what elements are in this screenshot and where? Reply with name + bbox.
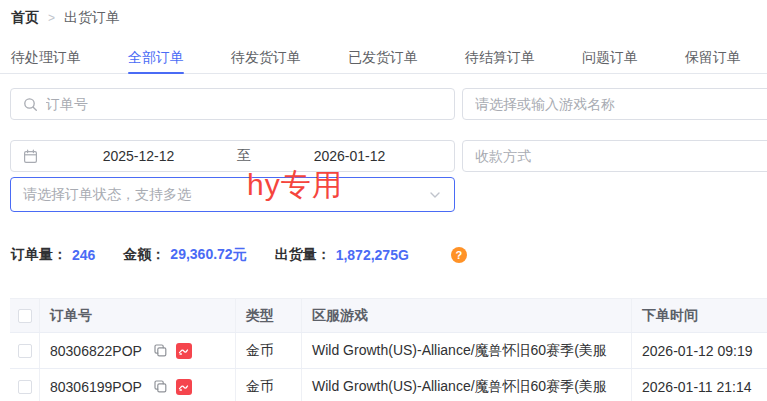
copy-icon[interactable] — [153, 379, 168, 394]
order-time-cell: 2026-01-11 21:14 — [632, 369, 767, 401]
select-all-checkbox[interactable] — [18, 309, 32, 323]
stat-amount-label: 金额： — [123, 246, 165, 264]
help-question-icon[interactable]: ? — [451, 247, 467, 263]
order-no-cell: 80306822POP — [40, 333, 236, 368]
table-header-game: 区服游戏 — [302, 299, 632, 332]
table-header-checkbox-cell — [10, 299, 40, 332]
tab-problem-orders[interactable]: 问题订单 — [582, 43, 638, 73]
game-server-cell: Wild Growth(US)-Alliance/魔兽怀旧60赛季(美服 — [302, 333, 632, 368]
search-icon — [23, 97, 38, 112]
stat-amount: 金额： 29,360.72元 — [123, 246, 246, 264]
order-status-placeholder: 请选择订单状态，支持多选 — [23, 186, 428, 204]
tab-pending-orders[interactable]: 待处理订单 — [11, 43, 81, 73]
table-header-order-no: 订单号 — [40, 299, 236, 332]
order-no-cell: 80306199POP — [40, 369, 236, 401]
breadcrumb-current: 出货订单 — [64, 9, 120, 27]
payment-method-input[interactable] — [475, 148, 767, 164]
red-chat-badge-icon[interactable] — [176, 379, 192, 395]
order-time-cell: 2026-01-12 09:19 — [632, 333, 767, 368]
stat-amount-value: 29,360.72元 — [170, 246, 246, 264]
order-number-input[interactable] — [46, 96, 442, 112]
stat-shipment-value: 1,872,275G — [336, 247, 409, 263]
row-checkbox[interactable] — [18, 344, 32, 358]
hy-watermark-text: hy专用 — [247, 166, 343, 204]
order-no-text: 80306199POP — [50, 379, 142, 395]
order-type-cell: 金币 — [236, 333, 302, 368]
payment-method-box — [462, 140, 767, 172]
table-row: 80306199POP 金币 Wild Growth(US)-Alliance/… — [10, 369, 767, 401]
tab-reserved-orders[interactable]: 保留订单 — [685, 43, 741, 73]
row-checkbox-cell — [10, 369, 40, 401]
table-header-row: 订单号 类型 区服游戏 下单时间 — [10, 299, 767, 333]
game-name-search-box — [462, 88, 767, 120]
stat-order-count: 订单量： 246 — [11, 246, 95, 264]
calendar-icon — [23, 149, 38, 164]
date-range-separator: 至 — [231, 147, 257, 165]
order-no-text: 80306822POP — [50, 343, 142, 359]
date-range-picker[interactable]: 2025-12-12 至 2026-01-12 — [10, 140, 455, 172]
table-row: 80306822POP 金币 Wild Growth(US)-Alliance/… — [10, 333, 767, 369]
orders-table: 订单号 类型 区服游戏 下单时间 80306822POP 金币 Wild Gro… — [10, 298, 767, 401]
breadcrumb-separator-icon: > — [48, 11, 55, 25]
row-checkbox[interactable] — [18, 380, 32, 394]
stat-shipment-label: 出货量： — [275, 246, 331, 264]
breadcrumb-home[interactable]: 首页 — [11, 9, 39, 27]
game-name-input[interactable] — [475, 96, 767, 112]
row-checkbox-cell — [10, 333, 40, 368]
stat-shipment: 出货量： 1,872,275G — [275, 246, 409, 264]
tab-shipped-orders[interactable]: 已发货订单 — [348, 43, 418, 73]
breadcrumb: 首页 > 出货订单 — [11, 9, 120, 27]
copy-icon[interactable] — [153, 343, 168, 358]
order-type-cell: 金币 — [236, 369, 302, 401]
order-tabs: 待处理订单 全部订单 待发货订单 已发货订单 待结算订单 问题订单 保留订单 — [0, 43, 767, 74]
summary-stats: 订单量： 246 金额： 29,360.72元 出货量： 1,872,275G … — [11, 246, 467, 264]
chevron-down-icon — [428, 188, 442, 202]
table-header-type: 类型 — [236, 299, 302, 332]
red-chat-badge-icon[interactable] — [176, 343, 192, 359]
tab-to-ship-orders[interactable]: 待发货订单 — [231, 43, 301, 73]
game-server-cell: Wild Growth(US)-Alliance/魔兽怀旧60赛季(美服 — [302, 369, 632, 401]
table-header-time: 下单时间 — [632, 299, 767, 332]
stat-order-count-label: 订单量： — [11, 246, 67, 264]
date-start-value[interactable]: 2025-12-12 — [46, 148, 231, 164]
order-number-search-box — [10, 88, 455, 120]
tab-to-settle-orders[interactable]: 待结算订单 — [465, 43, 535, 73]
tab-all-orders[interactable]: 全部订单 — [128, 43, 184, 73]
order-status-select[interactable]: 请选择订单状态，支持多选 — [10, 177, 455, 212]
stat-order-count-value: 246 — [72, 247, 95, 263]
date-end-value[interactable]: 2026-01-12 — [257, 148, 442, 164]
